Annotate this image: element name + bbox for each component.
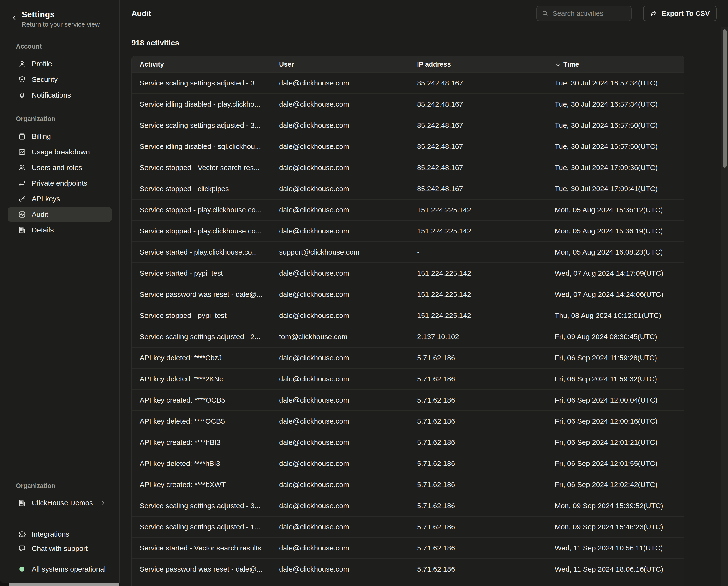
table-row: Service stopped - clickpipesdale@clickho… — [132, 178, 684, 200]
sidebar-item-profile[interactable]: Profile — [8, 56, 112, 71]
topbar: Audit Export To CSV — [120, 0, 728, 27]
settings-sidebar: Settings Return to your service view Acc… — [0, 0, 120, 583]
search-box — [536, 6, 631, 21]
column-header-ip[interactable]: IP address — [417, 60, 555, 68]
cell-activity: Service stopped - play.clickhouse.co... — [132, 227, 279, 235]
cell-time: Wed, 07 Aug 2024 14:17:09(UTC) — [555, 269, 684, 277]
page-heading: Audit — [131, 9, 536, 18]
cell-user: dale@clickhouse.com — [279, 565, 417, 573]
cell-time: Mon, 09 Sep 2024 15:46:23(UTC) — [555, 523, 684, 531]
cell-user: dale@clickhouse.com — [279, 481, 417, 489]
cell-ip: 5.71.62.186 — [417, 502, 555, 510]
system-status-link[interactable]: All systems operational — [8, 562, 112, 576]
building-icon — [18, 498, 26, 507]
cell-activity: Service scaling settings adjusted - 3... — [132, 79, 279, 87]
sidebar-item-chat-with-support[interactable]: Chat with support — [8, 542, 112, 555]
sidebar-item-audit[interactable]: Audit — [8, 207, 112, 222]
cell-time: Mon, 05 Aug 2024 15:36:12(UTC) — [555, 206, 684, 214]
sidebar-item-api-keys[interactable]: API keys — [8, 191, 112, 206]
cell-activity: Service scaling settings adjusted - 2... — [132, 333, 279, 341]
cell-ip: 151.224.225.142 — [417, 312, 555, 320]
table-row: Service idling disabled - sql.clickhou..… — [132, 136, 684, 157]
sidebar-item-notifications[interactable]: Notifications — [8, 88, 112, 102]
cell-time: Mon, 09 Sep 2024 15:39:52(UTC) — [555, 502, 684, 510]
key-icon — [18, 195, 26, 203]
sidebar-item-label: Usage breakdown — [32, 148, 90, 156]
building-icon — [18, 226, 26, 235]
table-row: Service scaling settings adjusted - 1...… — [132, 517, 684, 538]
table-row: Service started - pypi_testdale@clickhou… — [132, 263, 684, 284]
sidebar-item-label: Audit — [32, 211, 48, 219]
cell-user: support@clickhouse.com — [279, 248, 417, 256]
cell-ip: 85.242.48.167 — [417, 121, 555, 129]
sidebar-header: Settings Return to your service view — [0, 0, 120, 29]
cell-activity: API key deleted: ****CbzJ — [132, 354, 279, 362]
endpoints-icon — [18, 179, 26, 188]
export-csv-button[interactable]: Export To CSV — [643, 6, 717, 21]
column-header-activity[interactable]: Activity — [132, 60, 279, 68]
sidebar-item-details[interactable]: Details — [8, 223, 112, 238]
cell-ip: 2.137.10.102 — [417, 333, 555, 341]
cell-user: dale@clickhouse.com — [279, 312, 417, 320]
cell-ip: 151.224.225.142 — [417, 206, 555, 214]
sidebar-item-billing[interactable]: Billing — [8, 129, 112, 144]
org-switcher-label: ClickHouse Demos — [32, 499, 100, 507]
cell-ip: 5.71.62.186 — [417, 438, 555, 446]
cell-ip: 85.242.48.167 — [417, 185, 555, 193]
cell-time: Mon, 05 Aug 2024 16:08:23(UTC) — [555, 248, 684, 256]
status-dot-icon — [20, 566, 24, 571]
vertical-scrollbar-track[interactable] — [721, 27, 728, 586]
search-icon — [542, 10, 549, 17]
sidebar-item-usage-breakdown[interactable]: Usage breakdown — [8, 145, 112, 160]
cell-user: dale@clickhouse.com — [279, 227, 417, 235]
horizontal-scrollbar-thumb[interactable] — [9, 583, 120, 586]
sidebar-item-label: Notifications — [32, 91, 71, 99]
cell-ip: 85.242.48.167 — [417, 142, 555, 151]
cell-time: Fri, 06 Sep 2024 11:59:28(UTC) — [555, 354, 684, 362]
table-row: Service idling disabled - play.clickho..… — [132, 94, 684, 115]
back-button[interactable] — [9, 13, 20, 24]
section-label-organization-footer: Organization — [16, 482, 120, 490]
page-subtitle: Return to your service view — [22, 20, 100, 29]
cell-time: Tue, 30 Jul 2024 17:09:36(UTC) — [555, 164, 684, 172]
sidebar-item-private-endpoints[interactable]: Private endpoints — [8, 176, 112, 191]
table-header-row: Activity User IP address Time — [132, 56, 684, 73]
sidebar-item-label: Security — [32, 75, 58, 83]
table-body: Service scaling settings adjusted - 3...… — [132, 73, 684, 586]
account-nav-list: ProfileSecurityNotifications — [0, 56, 120, 103]
chevron-left-icon — [11, 14, 18, 22]
search-input[interactable] — [552, 9, 626, 18]
sidebar-item-security[interactable]: Security — [8, 72, 112, 87]
table-row: API key created: ****hBI3dale@clickhouse… — [132, 432, 684, 453]
table-row: Service scaling settings adjusted - 2...… — [132, 326, 684, 347]
cell-time: Tue, 30 Jul 2024 16:57:50(UTC) — [555, 142, 684, 151]
cell-ip: 5.71.62.186 — [417, 565, 555, 573]
sidebar-item-label: Private endpoints — [32, 179, 87, 187]
cell-user: dale@clickhouse.com — [279, 100, 417, 108]
sidebar-item-integrations[interactable]: Integrations — [8, 527, 112, 541]
cell-user: dale@clickhouse.com — [279, 459, 417, 468]
column-header-time[interactable]: Time — [555, 60, 684, 68]
table-row: Service scaling settings adjusted - 3...… — [132, 73, 684, 94]
cell-activity: API key created: ****hBI3 — [132, 438, 279, 446]
cell-user: dale@clickhouse.com — [279, 290, 417, 298]
cell-user: dale@clickhouse.com — [279, 544, 417, 552]
table-row: Service stopped - play.clickhouse.co...d… — [132, 221, 684, 242]
activities-count: 918 activities — [131, 39, 728, 47]
vertical-scrollbar-thumb[interactable] — [723, 29, 727, 168]
cell-time: Fri, 06 Sep 2024 12:01:55(UTC) — [555, 459, 684, 468]
column-header-user[interactable]: User — [279, 60, 417, 68]
table-row: API key deleted: ****CbzJdale@clickhouse… — [132, 347, 684, 369]
org-switcher[interactable]: ClickHouse Demos — [8, 495, 112, 510]
person-icon — [18, 59, 26, 68]
cell-activity: Service started - play.clickhouse.co... — [132, 248, 279, 256]
cell-time: Wed, 11 Sep 2024 18:06:16(UTC) — [555, 565, 684, 573]
sidebar-item-label: Chat with support — [32, 544, 87, 553]
table-row: Service scaling settings adjusted - 3...… — [132, 115, 684, 136]
table-row: Service stopped - observability-demodale… — [132, 580, 684, 586]
sidebar-item-users-and-roles[interactable]: Users and roles — [8, 160, 112, 175]
cell-ip: 5.71.62.186 — [417, 459, 555, 468]
cell-ip: 5.71.62.186 — [417, 481, 555, 489]
table-row: API key deleted: ****OCB5dale@clickhouse… — [132, 411, 684, 432]
cell-ip: 5.71.62.186 — [417, 375, 555, 383]
